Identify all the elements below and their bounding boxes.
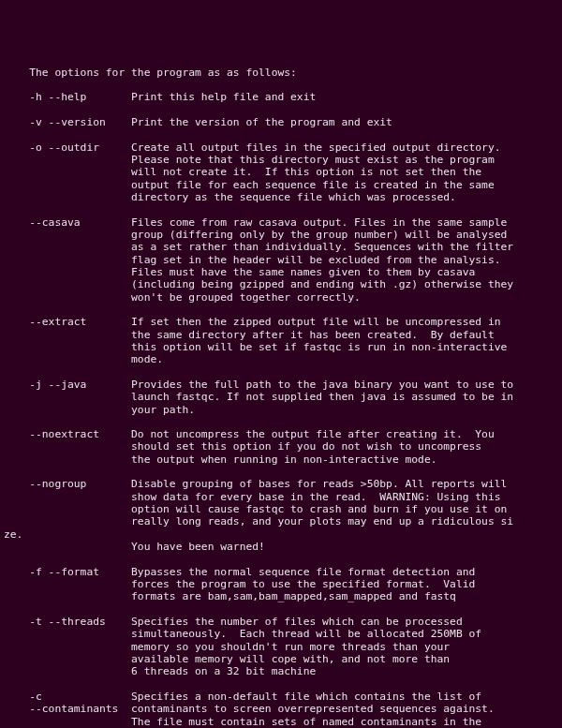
- terminal-line: group (differing only by the group numbe…: [4, 229, 562, 241]
- terminal-line: [4, 128, 562, 141]
- terminal-line: [4, 678, 562, 691]
- terminal-line: output file for each sequence file is cr…: [4, 179, 562, 191]
- terminal-line: simultaneously. Each thread will be allo…: [4, 628, 562, 640]
- terminal-line: [4, 553, 562, 565]
- terminal-line: this option will be set if fastqc is run…: [4, 341, 562, 353]
- terminal-line: [4, 416, 562, 428]
- terminal-line: Files must have the same names given to …: [4, 266, 562, 278]
- terminal-line: (including being gzipped and ending with…: [4, 278, 562, 290]
- terminal-line: [4, 79, 562, 91]
- terminal-line: --casava Files come from raw casava outp…: [4, 216, 562, 229]
- terminal-line: should set this option if you do not wis…: [4, 440, 562, 453]
- terminal-line: mode.: [4, 353, 562, 365]
- terminal-line: show data for every base in the read. WA…: [4, 491, 562, 503]
- terminal-line: won't be grouped together correctly.: [4, 291, 562, 304]
- terminal-line: -c Specifies a non-default file which co…: [4, 691, 562, 703]
- terminal-line: the output when running in non-interacti…: [4, 453, 562, 466]
- terminal-line: --nogroup Disable grouping of bases for …: [4, 478, 562, 490]
- terminal-line: --contaminants contaminants to screen ov…: [4, 703, 562, 715]
- terminal-line: your path.: [4, 404, 562, 416]
- terminal-line: memory so you shouldn't run more threads…: [4, 641, 562, 653]
- terminal-line: really long reads, and your plots may en…: [4, 515, 562, 527]
- terminal-line: -v --version Print the version of the pr…: [4, 116, 562, 128]
- terminal-line: 6 threads on a 32 bit machine: [4, 665, 562, 677]
- terminal-line: You have been warned!: [4, 541, 562, 553]
- terminal-line: [4, 104, 562, 116]
- terminal-line: will not create it. If this option is no…: [4, 166, 562, 178]
- terminal-line: [4, 304, 562, 316]
- terminal-line: -j --java Provides the full path to the …: [4, 379, 562, 391]
- terminal-line: as a set rather than individually. Seque…: [4, 241, 562, 253]
- terminal-line: Please note that this directory must exi…: [4, 154, 562, 166]
- terminal-line: the same directory after it has been cre…: [4, 329, 562, 341]
- terminal-line: flag set in the header will be excluded …: [4, 254, 562, 266]
- terminal-line: --noextract Do not uncompress the output…: [4, 428, 562, 440]
- terminal-line: -t --threads Specifies the number of fil…: [4, 616, 562, 628]
- terminal-line: --extract If set then the zipped output …: [4, 316, 562, 328]
- terminal-line: forces the program to use the specified …: [4, 578, 562, 590]
- terminal-line: ze.: [4, 528, 562, 541]
- terminal-line: option will cause fastqc to crash and bu…: [4, 503, 562, 515]
- terminal-line: -h --help Print this help file and exit: [4, 91, 562, 103]
- terminal-line: formats are bam,sam,bam_mapped,sam_mappe…: [4, 590, 562, 602]
- terminal-line: [4, 366, 562, 379]
- terminal-help-output: The options for the program as as follow…: [0, 63, 562, 728]
- terminal-line: -o --outdir Create all output files in t…: [4, 141, 562, 154]
- terminal-line: [4, 466, 562, 478]
- terminal-line: The options for the program as as follow…: [4, 67, 562, 79]
- terminal-line: launch fastqc. If not supplied then java…: [4, 391, 562, 403]
- terminal-line: [4, 203, 562, 215]
- terminal-line: The file must contain sets of named cont…: [4, 716, 562, 728]
- terminal-line: -f --format Bypasses the normal sequence…: [4, 566, 562, 578]
- terminal-line: available memory will cope with, and not…: [4, 653, 562, 665]
- terminal-line: directory as the sequence file which was…: [4, 191, 562, 203]
- terminal-line: [4, 603, 562, 616]
